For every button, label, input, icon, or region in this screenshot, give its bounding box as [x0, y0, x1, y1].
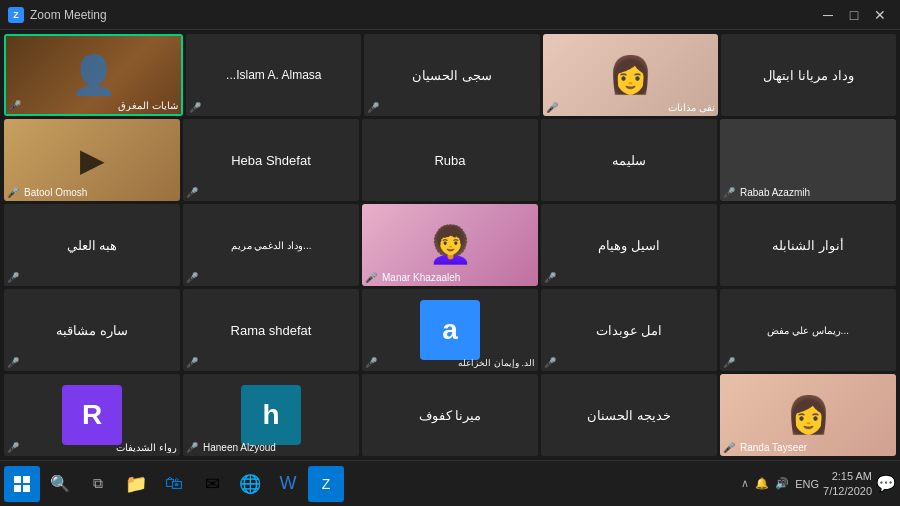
participant-name: Manar Khazaaleh	[382, 272, 460, 283]
title-bar-left: Z Zoom Meeting	[8, 7, 107, 23]
meeting-grid: 👤 🎤 شايات المغرق Islam A. Almasa... 🎤 سج…	[0, 30, 900, 460]
notification-icon[interactable]: 💬	[876, 474, 896, 493]
mute-icon: 🎤	[186, 442, 198, 453]
participant-cell[interactable]: a 🎤 الد. وإيمان الخزاعله	[362, 289, 538, 371]
volume-icon[interactable]: 🔊	[775, 477, 789, 490]
participant-name: Batool Omosh	[24, 187, 87, 198]
participant-cell[interactable]: Ruba	[362, 119, 538, 201]
participant-cell[interactable]: ▶ 🎤 Batool Omosh	[4, 119, 180, 201]
participant-cell[interactable]: أنوار الشنابله	[720, 204, 896, 286]
mute-icon: 🎤	[544, 272, 556, 283]
mute-icon: 🎤	[544, 357, 556, 368]
mail-button[interactable]: ✉	[194, 466, 230, 502]
participant-cell[interactable]: h 🎤 Haneen Alzyoud	[183, 374, 359, 456]
participant-cell[interactable]: 👤 🎤 شايات المغرق	[4, 34, 183, 116]
date-display: 7/12/2020	[823, 484, 872, 498]
mute-icon: 🎤	[7, 272, 19, 283]
participant-cell[interactable]: Heba Shdefat 🎤	[183, 119, 359, 201]
maximize-button[interactable]: □	[842, 4, 866, 26]
mute-icon: 🎤	[7, 357, 19, 368]
participant-row-1: 👤 🎤 شايات المغرق Islam A. Almasa... 🎤 سج…	[4, 34, 896, 116]
participant-cell[interactable]: 👩‍🦱 🎤 Manar Khazaaleh	[362, 204, 538, 286]
participant-cell[interactable]: خديجه الحسنان	[541, 374, 717, 456]
participant-row-3: هبه العلي 🎤 ...وداد الدغمي مريم 🎤 👩‍🦱 🎤 …	[4, 204, 896, 286]
participant-name: Haneen Alzyoud	[203, 442, 276, 453]
mute-icon: 🎤	[723, 442, 735, 453]
mute-icon: 🎤	[186, 357, 198, 368]
participant-cell[interactable]: هبه العلي 🎤	[4, 204, 180, 286]
clock[interactable]: 2:15 AM 7/12/2020	[823, 469, 872, 498]
participant-cell[interactable]: سليمه	[541, 119, 717, 201]
participant-cell[interactable]: وداد مريانا ابتهال	[721, 34, 896, 116]
svg-rect-3	[23, 485, 30, 492]
window-title: Zoom Meeting	[30, 8, 107, 22]
participant-name: Rabab Azazmih	[740, 187, 810, 198]
search-button[interactable]: 🔍	[42, 466, 78, 502]
zoom-app-icon: Z	[8, 7, 24, 23]
svg-rect-0	[14, 476, 21, 483]
participant-row-4: ساره مشاقبه 🎤 Rama shdefat 🎤 a 🎤 الد. وإ…	[4, 289, 896, 371]
mute-icon: 🎤	[186, 187, 198, 198]
minimize-button[interactable]: ─	[816, 4, 840, 26]
window-controls[interactable]: ─ □ ✕	[816, 4, 892, 26]
taskbar-left: 🔍 ⧉ 📁 🛍 ✉ 🌐 W Z	[4, 466, 344, 502]
participant-name: رواء الشديفات	[7, 442, 177, 453]
time-display: 2:15 AM	[823, 469, 872, 483]
participant-row-5: R 🎤 رواء الشديفات h 🎤 Haneen Alzyoud مير…	[4, 374, 896, 456]
participant-cell[interactable]: 👩 🎤 Randa Tayseer	[720, 374, 896, 456]
participant-cell[interactable]: ميرنا كفوف	[362, 374, 538, 456]
language-label[interactable]: ENG	[795, 478, 819, 490]
participant-cell[interactable]: ...ريماس علي مفض 🎤	[720, 289, 896, 371]
mute-icon: 🎤	[7, 187, 19, 198]
zoom-taskbar-button[interactable]: Z	[308, 466, 344, 502]
participant-row-2: ▶ 🎤 Batool Omosh Heba Shdefat 🎤 Ruba سلي…	[4, 119, 896, 201]
task-view-button[interactable]: ⧉	[80, 466, 116, 502]
participant-name: الد. وإيمان الخزاعله	[365, 358, 535, 368]
participant-cell[interactable]: 👩 🎤 نقى مذانات	[543, 34, 718, 116]
title-bar: Z Zoom Meeting ─ □ ✕	[0, 0, 900, 30]
taskbar: 🔍 ⧉ 📁 🛍 ✉ 🌐 W Z ∧ 🔔 🔊 ENG	[0, 460, 900, 506]
taskbar-right: ∧ 🔔 🔊 ENG 2:15 AM 7/12/2020 💬	[741, 469, 896, 498]
system-tray: ∧ 🔔 🔊 ENG	[741, 477, 819, 490]
mute-icon: 🎤	[723, 357, 735, 368]
chevron-icon[interactable]: ∧	[741, 477, 749, 490]
participant-cell[interactable]: Islam A. Almasa... 🎤	[186, 34, 361, 116]
participant-name: نقى مذانات	[546, 102, 715, 113]
store-button[interactable]: 🛍	[156, 466, 192, 502]
svg-rect-1	[23, 476, 30, 483]
close-button[interactable]: ✕	[868, 4, 892, 26]
edge-button[interactable]: 🌐	[232, 466, 268, 502]
mute-icon: 🎤	[723, 187, 735, 198]
mute-icon: 🎤	[189, 102, 201, 113]
participant-cell[interactable]: 🎤 Rabab Azazmih	[720, 119, 896, 201]
file-explorer-button[interactable]: 📁	[118, 466, 154, 502]
mute-icon: 🎤	[186, 272, 198, 283]
participant-name: شايات المغرق	[9, 100, 178, 111]
participant-cell[interactable]: سجى الحسيان 🎤	[364, 34, 539, 116]
participant-cell[interactable]: ...وداد الدغمي مريم 🎤	[183, 204, 359, 286]
word-button[interactable]: W	[270, 466, 306, 502]
participant-cell[interactable]: اسيل وهيام 🎤	[541, 204, 717, 286]
participant-cell[interactable]: Rama shdefat 🎤	[183, 289, 359, 371]
participant-cell[interactable]: ساره مشاقبه 🎤	[4, 289, 180, 371]
mute-icon: 🎤	[365, 272, 377, 283]
mute-icon: 🎤	[367, 102, 379, 113]
participant-cell[interactable]: R 🎤 رواء الشديفات	[4, 374, 180, 456]
participant-cell[interactable]: امل عوبدات 🎤	[541, 289, 717, 371]
participant-name: Randa Tayseer	[740, 442, 807, 453]
network-icon[interactable]: 🔔	[755, 477, 769, 490]
start-button[interactable]	[4, 466, 40, 502]
svg-rect-2	[14, 485, 21, 492]
